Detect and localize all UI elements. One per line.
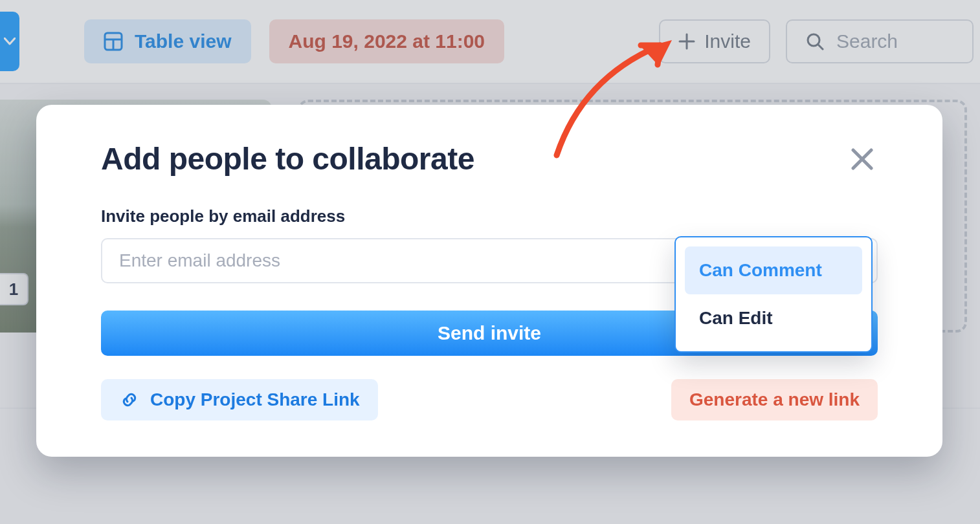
copy-share-link-button[interactable]: Copy Project Share Link [101, 379, 378, 420]
copy-share-link-label: Copy Project Share Link [150, 389, 360, 410]
permission-option-can-comment[interactable]: Can Comment [685, 246, 862, 294]
email-field-label: Invite people by email address [101, 206, 878, 226]
permission-option-label: Can Edit [699, 308, 773, 329]
permission-option-can-edit[interactable]: Can Edit [685, 294, 862, 342]
close-icon [851, 147, 874, 171]
link-icon [119, 389, 140, 410]
modal-title: Add people to collaborate [101, 141, 474, 177]
permission-option-label: Can Comment [699, 260, 822, 281]
generate-new-link-button[interactable]: Generate a new link [671, 379, 878, 420]
close-button[interactable] [847, 144, 878, 175]
permission-dropdown[interactable]: Can Comment Can Edit [674, 236, 873, 353]
generate-new-link-label: Generate a new link [689, 389, 860, 410]
send-invite-label: Send invite [438, 322, 541, 344]
